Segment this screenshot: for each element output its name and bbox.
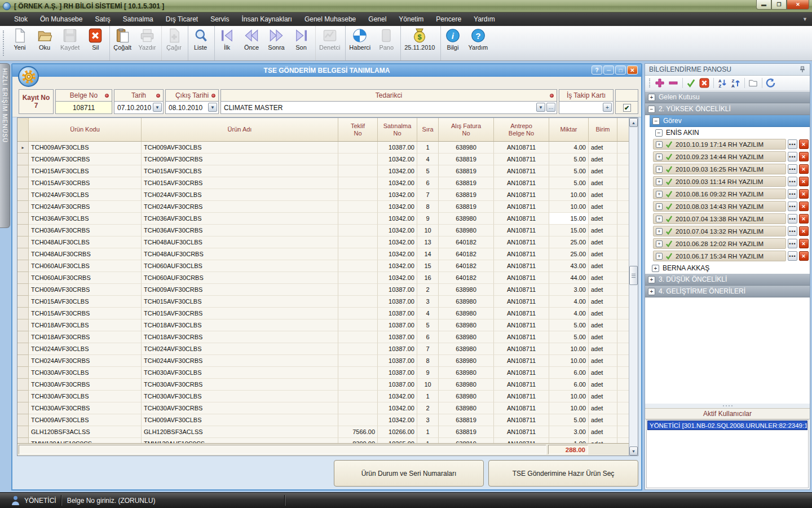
doc-close-button[interactable]: ✕ bbox=[627, 65, 638, 75]
cell-teklif-no[interactable] bbox=[338, 189, 378, 201]
restore-button[interactable]: ❐ bbox=[771, 0, 787, 10]
tree-group-gelen-kutusu[interactable]: + Gelen Kutusu bbox=[645, 91, 810, 103]
cell-sira[interactable]: 5 bbox=[417, 165, 439, 177]
cell-antrepo-belge-no[interactable]: AN108711 bbox=[494, 402, 549, 414]
col-header-teklif-no[interactable]: TeklifNo bbox=[338, 118, 378, 141]
collapse-icon[interactable]: − bbox=[655, 129, 663, 137]
cell-urun-adi[interactable]: TCH024AVF30CRBS bbox=[142, 355, 338, 367]
cell-urun-kodu[interactable]: TCH015AVF30CLBS bbox=[29, 165, 142, 177]
cell-antrepo-belge-no[interactable]: AN108711 bbox=[494, 343, 549, 355]
col-header-birim[interactable]: Birim bbox=[589, 118, 617, 141]
task-delete-button[interactable]: ✕ bbox=[799, 189, 809, 199]
col-header-satinalma-no[interactable]: SatınalmaNo bbox=[378, 118, 417, 141]
menu-item[interactable]: Genel Muhasebe bbox=[298, 12, 362, 26]
tree-group-gorev[interactable]: − Görev bbox=[650, 115, 810, 127]
row-selector-cell[interactable] bbox=[17, 248, 29, 260]
toolbar-button[interactable]: Liste bbox=[188, 26, 213, 60]
doc-restore-button[interactable]: □ bbox=[615, 65, 626, 75]
cell-antrepo-belge-no[interactable]: AN108711 bbox=[494, 308, 549, 319]
cell-antrepo-belge-no[interactable]: AN108711 bbox=[494, 331, 549, 343]
table-row[interactable]: TCH036AVF30CLBS TCH036AVF30CLBS 10342.00… bbox=[17, 213, 629, 225]
cell-sira[interactable]: 9 bbox=[417, 213, 439, 225]
table-row[interactable]: TCH060AUF30CRBS TCH060AUF30CRBS 10342.00… bbox=[17, 272, 629, 284]
cell-birim[interactable]: adet bbox=[589, 165, 617, 177]
cell-miktar[interactable]: 3.00 bbox=[549, 284, 589, 296]
col-header-urun-kodu[interactable]: Ürün Kodu bbox=[29, 118, 142, 141]
task-row[interactable]: + 2010.08.03 14:43 RH YAZILIM ••• ✕ bbox=[653, 200, 809, 212]
cell-satinalma-no[interactable]: 10387.00 bbox=[378, 319, 417, 331]
row-selector-cell[interactable] bbox=[17, 284, 29, 296]
cell-teklif-no[interactable] bbox=[338, 272, 378, 284]
cell-urun-adi[interactable]: TCH060AUF30CRBS bbox=[142, 272, 338, 284]
table-row[interactable]: TCH009AVF30CLBS TCH009AVF30CLBS 10342.00… bbox=[17, 414, 629, 426]
cell-antrepo-belge-no[interactable]: AN108711 bbox=[494, 379, 549, 391]
menu-item[interactable]: Satınalma bbox=[117, 12, 160, 26]
cell-miktar[interactable]: 5.00 bbox=[549, 154, 589, 165]
toolbar-button[interactable]: Yazdır bbox=[135, 26, 160, 60]
table-row[interactable]: TCH015AVF30CRBS TCH015AVF30CRBS 10342.00… bbox=[17, 177, 629, 189]
table-row[interactable]: TCH024AVF30CRBS TCH024AVF30CRBS 10342.00… bbox=[17, 201, 629, 213]
task-detail-button[interactable]: ••• bbox=[788, 152, 797, 161]
cell-satinalma-no[interactable]: 10342.00 bbox=[378, 213, 417, 225]
row-selector-cell[interactable] bbox=[17, 308, 29, 319]
collapse-icon[interactable]: − bbox=[652, 117, 660, 125]
task-bar[interactable]: + 2010.09.23 14:44 RH YAZILIM bbox=[653, 151, 786, 162]
cell-urun-adi[interactable]: TCH015AVF30CLBS bbox=[142, 165, 338, 177]
cell-satinalma-no[interactable]: 10387.00 bbox=[378, 379, 417, 391]
cell-teklif-no[interactable] bbox=[338, 296, 378, 308]
cell-antrepo-belge-no[interactable]: AN108711 bbox=[494, 177, 549, 189]
panel-tool-button[interactable] bbox=[655, 78, 665, 88]
cell-miktar[interactable]: 6.00 bbox=[549, 367, 589, 379]
cell-antrepo-belge-no[interactable]: AN108711 bbox=[494, 225, 549, 237]
cell-urun-adi[interactable]: TCH036AVF30CRBS bbox=[142, 225, 338, 237]
tarih-input[interactable]: 07.10.2010 ▼ bbox=[114, 101, 164, 114]
task-bar[interactable]: + 2010.06.17 15:34 RH YAZILIM bbox=[653, 251, 786, 261]
row-selector-cell[interactable] bbox=[17, 213, 29, 225]
cell-miktar[interactable]: 15.00 bbox=[549, 225, 589, 237]
task-row[interactable]: + 2010.09.03 11:14 RH YAZILIM ••• ✕ bbox=[653, 176, 809, 187]
menu-item[interactable]: Stok bbox=[8, 12, 34, 26]
cell-satinalma-no[interactable]: 10342.00 bbox=[378, 201, 417, 213]
cell-sira[interactable]: 15 bbox=[417, 260, 439, 272]
cell-alis-fatura-no[interactable]: 638819 bbox=[439, 154, 494, 165]
cell-sira[interactable]: 6 bbox=[417, 177, 439, 189]
cell-birim[interactable]: adet bbox=[589, 213, 617, 225]
cell-alis-fatura-no[interactable]: 638980 bbox=[439, 367, 494, 379]
task-row[interactable]: + 2010.09.23 14:44 RH YAZILIM ••• ✕ bbox=[653, 151, 809, 163]
cell-alis-fatura-no[interactable]: 638980 bbox=[439, 391, 494, 402]
cell-antrepo-belge-no[interactable]: AN108711 bbox=[494, 414, 549, 426]
is-takip-add-button[interactable]: + bbox=[603, 103, 612, 112]
cell-antrepo-belge-no[interactable]: AN108711 bbox=[494, 154, 549, 165]
cell-sira[interactable]: 10 bbox=[417, 225, 439, 237]
cell-satinalma-no[interactable]: 10387.00 bbox=[378, 367, 417, 379]
cell-birim[interactable]: adet bbox=[589, 331, 617, 343]
cell-urun-kodu[interactable]: TCH009AVF30CLBS bbox=[29, 142, 142, 154]
cell-teklif-no[interactable] bbox=[338, 177, 378, 189]
task-delete-button[interactable]: ✕ bbox=[799, 152, 809, 161]
cell-urun-adi[interactable]: TCH018AVF30CLBS bbox=[142, 319, 338, 331]
tree-group-gelistirme-onerileri[interactable]: + 4. GELİŞTİRME ÖNERİLERİ bbox=[645, 286, 810, 297]
table-row[interactable]: TCH015AVF30CRBS TCH015AVF30CRBS 10387.00… bbox=[17, 308, 629, 319]
cell-sira[interactable]: 14 bbox=[417, 248, 439, 260]
cell-miktar[interactable]: 4.00 bbox=[549, 142, 589, 154]
task-bar[interactable]: + 2010.10.19 17:14 RH YAZILIM bbox=[653, 139, 786, 150]
cell-alis-fatura-no[interactable]: 638980 bbox=[439, 331, 494, 343]
task-detail-button[interactable]: ••• bbox=[788, 202, 797, 211]
cell-birim[interactable]: adet bbox=[589, 142, 617, 154]
cell-antrepo-belge-no[interactable]: AN108711 bbox=[494, 319, 549, 331]
panel-tool-button[interactable]: AZ bbox=[713, 78, 727, 88]
cell-teklif-no[interactable] bbox=[338, 142, 378, 154]
cell-sira[interactable]: 4 bbox=[417, 154, 439, 165]
task-detail-button[interactable]: ••• bbox=[788, 177, 797, 186]
cell-antrepo-belge-no[interactable]: AN108711 bbox=[494, 189, 549, 201]
cell-urun-kodu[interactable]: TCH024AVF30CRBS bbox=[29, 355, 142, 367]
cell-antrepo-belge-no[interactable]: AN108711 bbox=[494, 284, 549, 296]
menu-item[interactable]: Servis bbox=[204, 12, 235, 26]
toolbar-button[interactable]: ? Yardım bbox=[465, 26, 492, 60]
cell-birim[interactable]: adet bbox=[589, 426, 617, 438]
cell-antrepo-belge-no[interactable]: AN108711 bbox=[494, 201, 549, 213]
cell-miktar[interactable]: 3.00 bbox=[549, 426, 589, 438]
cell-urun-kodu[interactable]: TCH024AVF30CRBS bbox=[29, 201, 142, 213]
table-row[interactable]: TCH009AVF30CRBS TCH009AVF30CRBS 10387.00… bbox=[17, 284, 629, 296]
expand-icon[interactable]: + bbox=[648, 94, 655, 101]
